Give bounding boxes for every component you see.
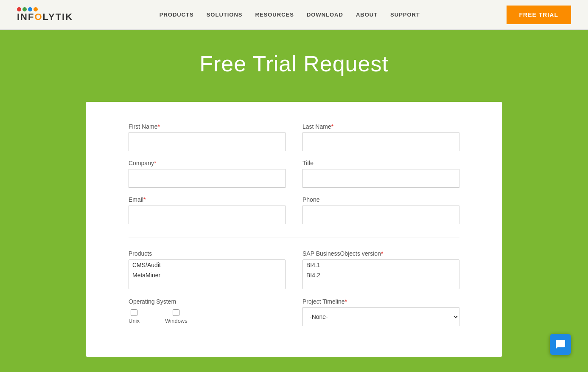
page-title: Free Trial Request [0, 51, 588, 76]
nav-download[interactable]: DOWNLOAD [307, 11, 343, 18]
form-wrapper: First Name* Last Name* Company* Title [0, 102, 588, 372]
first-name-label: First Name* [129, 123, 286, 130]
company-group: Company* [129, 160, 286, 188]
timeline-required: * [345, 298, 347, 305]
company-label: Company* [129, 160, 286, 166]
sap-listbox[interactable]: BI4.1 BI4.2 [302, 259, 459, 289]
hero-section: Free Trial Request [0, 30, 588, 102]
name-row: First Name* Last Name* [129, 123, 459, 151]
last-name-group: Last Name* [302, 123, 459, 151]
phone-group: Phone [302, 196, 459, 224]
unix-checkbox[interactable] [131, 309, 137, 316]
last-name-required: * [331, 123, 333, 130]
contact-row: Email* Phone [129, 196, 459, 224]
main-nav: PRODUCTS SOLUTIONS RESOURCES DOWNLOAD AB… [160, 11, 420, 18]
windows-checkbox[interactable] [173, 309, 179, 316]
email-required: * [143, 196, 146, 203]
products-listbox[interactable]: CMS/Audit MetaMiner [129, 259, 286, 289]
first-name-required: * [157, 123, 160, 130]
logo: INFOLYTIK [17, 7, 73, 23]
sap-option-bi41[interactable]: BI4.1 [303, 260, 459, 270]
nav-about[interactable]: ABOUT [356, 11, 378, 18]
os-checkboxes: Unix Windows [129, 309, 286, 324]
sap-label: SAP BusinessObjects version* [302, 250, 459, 257]
unix-checkbox-item: Unix [129, 309, 140, 324]
sap-option-bi42[interactable]: BI4.2 [303, 270, 459, 280]
sap-required: * [381, 250, 383, 257]
free-trial-button[interactable]: FREE TRIAL [507, 6, 571, 24]
company-input[interactable] [129, 169, 286, 188]
timeline-group: Project Timeline* -None- 0-3 months 3-6 … [302, 298, 459, 326]
form-card: First Name* Last Name* Company* Title [86, 102, 502, 357]
title-input[interactable] [302, 169, 459, 188]
chat-button[interactable] [550, 334, 571, 355]
windows-label[interactable]: Windows [165, 318, 188, 324]
sap-group: SAP BusinessObjects version* BI4.1 BI4.2 [302, 250, 459, 290]
os-group: Operating System Unix Windows [129, 298, 286, 326]
company-required: * [154, 160, 156, 166]
first-name-input[interactable] [129, 132, 286, 151]
products-row: Products CMS/Audit MetaMiner SAP Busines… [129, 250, 459, 290]
title-group: Title [302, 160, 459, 188]
last-name-input[interactable] [302, 132, 459, 151]
email-input[interactable] [129, 206, 286, 224]
phone-label: Phone [302, 196, 459, 203]
os-label: Operating System [129, 298, 286, 305]
email-label: Email* [129, 196, 286, 203]
nav-products[interactable]: PRODUCTS [160, 11, 194, 18]
last-name-label: Last Name* [302, 123, 459, 130]
os-timeline-row: Operating System Unix Windows Project Ti… [129, 298, 459, 326]
logo-dot-green [22, 7, 27, 11]
logo-dot-blue [28, 7, 32, 11]
windows-checkbox-item: Windows [165, 309, 188, 324]
nav-solutions[interactable]: SOLUTIONS [207, 11, 243, 18]
first-name-group: First Name* [129, 123, 286, 151]
logo-dot-orange [34, 7, 38, 11]
timeline-label: Project Timeline* [302, 298, 459, 305]
logo-text: INFOLYTIK [17, 11, 73, 23]
nav-resources[interactable]: RESOURCES [255, 11, 294, 18]
timeline-select[interactable]: -None- 0-3 months 3-6 months 6-12 months… [302, 307, 459, 326]
phone-input[interactable] [302, 206, 459, 224]
form-divider [129, 237, 459, 237]
products-label: Products [129, 250, 286, 257]
email-group: Email* [129, 196, 286, 224]
nav-support[interactable]: SUPPORT [390, 11, 420, 18]
title-label: Title [302, 160, 459, 166]
products-option-cms[interactable]: CMS/Audit [129, 260, 285, 270]
logo-dot-red [17, 7, 21, 11]
company-row: Company* Title [129, 160, 459, 188]
chat-icon [555, 339, 566, 350]
products-group: Products CMS/Audit MetaMiner [129, 250, 286, 290]
unix-label[interactable]: Unix [129, 318, 140, 324]
products-option-metaminer[interactable]: MetaMiner [129, 270, 285, 280]
header: INFOLYTIK PRODUCTS SOLUTIONS RESOURCES D… [0, 0, 588, 30]
